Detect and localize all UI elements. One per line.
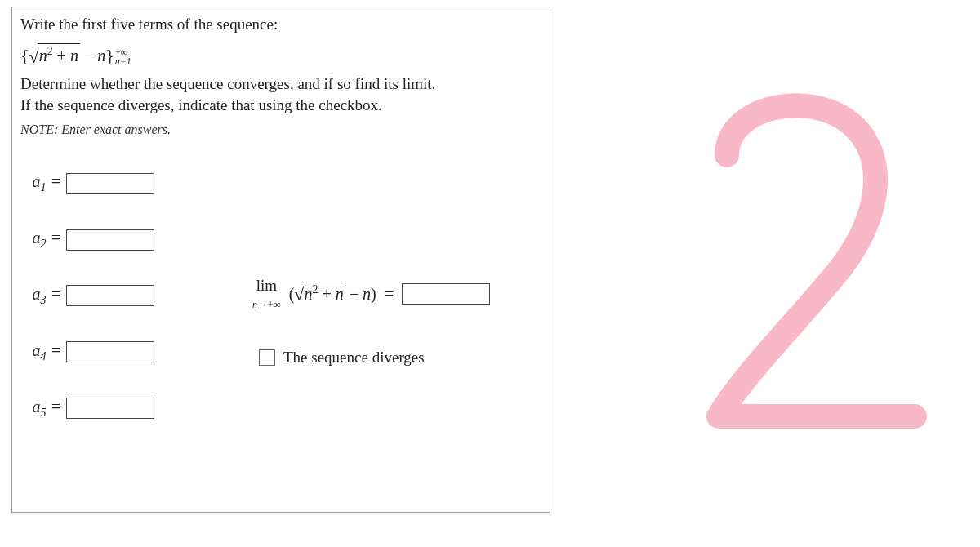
limit-subscript: n→+∞	[252, 299, 281, 310]
term-label-a4: a4 =	[20, 340, 61, 365]
diverges-row: The sequence diverges	[259, 347, 490, 368]
limit-column: lim n→+∞ (√n2 + n − n) = The sequence di…	[252, 277, 490, 368]
limit-row: lim n→+∞ (√n2 + n − n) =	[252, 277, 490, 311]
term-input-a3[interactable]	[66, 285, 154, 306]
problem-container: Write the first five terms of the sequen…	[11, 7, 550, 513]
term-row-a5: a5 =	[20, 396, 154, 421]
limit-input[interactable]	[402, 283, 490, 305]
inputs-area: a1 = a2 = a3 = a4 = a5 =	[20, 154, 541, 420]
instruction-line-1: Determine whether the sequence converges…	[20, 73, 541, 95]
term-input-a2[interactable]	[66, 229, 154, 251]
term-label-a5: a5 =	[20, 396, 61, 421]
limit-expression: (√n2 + n − n)	[289, 282, 376, 307]
sequence-definition: {√n2 + n − n}+∞n=1	[20, 43, 541, 69]
term-row-a4: a4 =	[20, 340, 154, 365]
sequence-sub: n=1	[115, 57, 131, 66]
term-row-a1: a1 =	[20, 171, 154, 196]
diverges-checkbox[interactable]	[259, 349, 275, 366]
handwritten-annotation-2	[670, 73, 931, 457]
limit-operator: lim n→+∞	[252, 277, 281, 311]
term-row-a2: a2 =	[20, 227, 154, 252]
term-label-a2: a2 =	[20, 227, 61, 252]
terms-column: a1 = a2 = a3 = a4 = a5 =	[20, 171, 154, 420]
term-input-a5[interactable]	[66, 398, 154, 419]
prompt-text: Write the first five terms of the sequen…	[20, 14, 541, 35]
term-input-a4[interactable]	[66, 341, 154, 362]
term-label-a3: a3 =	[20, 283, 61, 309]
term-row-a3: a3 =	[20, 283, 154, 309]
limit-word: lim	[256, 277, 277, 294]
instruction-line-2: If the sequence diverges, indicate that …	[20, 95, 541, 116]
equals-sign: =	[385, 283, 394, 305]
diverges-label: The sequence diverges	[283, 347, 425, 368]
term-input-a1[interactable]	[66, 173, 154, 194]
note-text: NOTE: Enter exact answers.	[20, 121, 541, 139]
term-label-a1: a1 =	[20, 171, 61, 196]
